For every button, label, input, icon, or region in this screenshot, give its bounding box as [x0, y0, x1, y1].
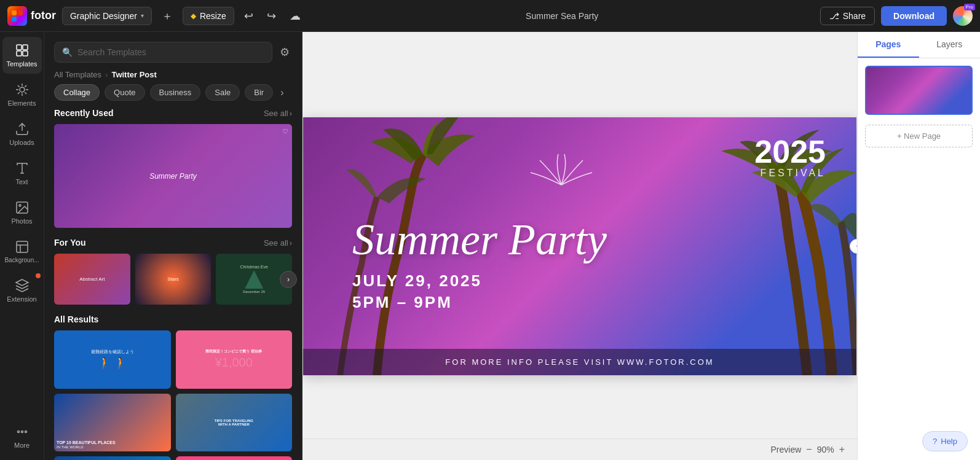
logo[interactable]: fotor	[7, 6, 56, 26]
templates-icon	[15, 43, 30, 58]
canvas-time: 5PM – 9PM	[352, 293, 607, 312]
undo-button[interactable]: ↩	[240, 6, 257, 26]
svg-rect-4	[17, 45, 22, 50]
app-selector-label: Graphic Designer	[70, 11, 137, 21]
photos-icon	[15, 200, 30, 215]
sidebar-label-templates: Templates	[6, 60, 37, 68]
zoom-in-button[interactable]: +	[839, 444, 845, 455]
chevron-down-icon: ▾	[141, 12, 144, 19]
breadcrumb: All Templates › Twitter Post	[44, 68, 302, 84]
tab-pages[interactable]: Pages	[858, 32, 919, 58]
for-you-see-all[interactable]: See all ›	[264, 238, 292, 248]
svg-point-15	[25, 431, 26, 433]
app-selector[interactable]: Graphic Designer ▾	[62, 7, 152, 25]
template-thumb-surfing[interactable]: BestSURFINGEXPERIENCE EVER ♡	[54, 456, 171, 460]
help-icon: ?	[933, 437, 937, 446]
sidebar-item-text[interactable]: Text	[2, 155, 42, 192]
svg-rect-5	[23, 45, 28, 50]
sidebar-label-text: Text	[15, 178, 28, 185]
search-icon: 🔍	[62, 47, 73, 57]
all-results-title: All Results	[54, 314, 98, 324]
tab-layers[interactable]: Layers	[919, 32, 981, 58]
tag-business[interactable]: Business	[150, 84, 201, 101]
share-button[interactable]: ⎇ Share	[820, 7, 875, 25]
svg-rect-2	[12, 17, 17, 21]
zoom-level: 90%	[817, 445, 834, 454]
breadcrumb-current: Twitter Post	[111, 70, 156, 79]
new-page-button[interactable]: + New Page	[865, 125, 973, 147]
panel-scroll: Recently Used See all › Summer Party ♡ F…	[44, 108, 302, 460]
extension-dot	[36, 273, 41, 278]
template-thumb-japan-pink[interactable]: 県民限定！コンビニで買う 宿泊券 ¥1,000 ♡	[176, 330, 293, 389]
tag-quote[interactable]: Quote	[105, 84, 144, 101]
tag-birthday[interactable]: Bir	[245, 84, 273, 101]
svg-point-8	[20, 87, 25, 92]
template-thumb-art[interactable]: Abstract Art	[54, 254, 130, 304]
zoom-out-button[interactable]: −	[806, 444, 812, 455]
preview-button[interactable]: Preview	[770, 445, 801, 454]
elements-icon	[15, 82, 30, 97]
for-you-row: Abstract Art Stars Christmas Eve Decembe…	[54, 254, 292, 304]
template-thumb-japan-blue[interactable]: 避難経路を確認しよう 🚶 🚶 ♡	[54, 330, 171, 389]
sidebar-item-photos[interactable]: Photos	[2, 194, 42, 231]
for-you-title: For You	[54, 238, 86, 248]
svg-rect-7	[23, 51, 28, 56]
tags-more-button[interactable]: ›	[278, 84, 286, 101]
document-title: Summer Sea Party	[310, 11, 814, 21]
canvas-date: JULY 29, 2025	[352, 271, 607, 290]
sidebar-item-backgrounds[interactable]: Backgroun...	[2, 233, 42, 270]
sidebar-item-elements[interactable]: Elements	[2, 76, 42, 113]
svg-rect-6	[17, 51, 22, 56]
avatar[interactable]	[953, 6, 973, 26]
svg-point-14	[17, 431, 19, 433]
sidebar-label-extension: Extension	[7, 295, 36, 303]
page-1-thumb[interactable]: Summer Party	[865, 66, 973, 115]
templates-panel: 🔍 ⚙ All Templates › Twitter Post Collage…	[44, 32, 302, 460]
sidebar-item-extension[interactable]: Extension	[2, 272, 42, 309]
svg-point-13	[21, 431, 23, 433]
for-you-next-button[interactable]: ›	[280, 271, 297, 288]
resize-button[interactable]: ◆ Resize	[183, 7, 234, 25]
breadcrumb-separator: ›	[105, 70, 108, 79]
share-icon: ⎇	[829, 11, 839, 21]
main-layout: Templates Elements Uploads Text	[0, 32, 980, 460]
template-thumb-tips-partner[interactable]: Tips ForTRAVELINGWITH A PARTNER ✦ ♡	[176, 456, 293, 460]
save-cloud-button[interactable]: ☁	[286, 6, 304, 26]
bottom-bar: Preview − 90% +	[302, 439, 857, 460]
svg-point-11	[19, 205, 21, 206]
breadcrumb-parent[interactable]: All Templates	[54, 70, 101, 79]
template-thumb-stars[interactable]: Stars	[135, 254, 211, 304]
canvas-image[interactable]: 2025 FESTIVAL Summer Party JULY 29, 2025…	[303, 117, 856, 375]
backgrounds-icon	[15, 240, 30, 254]
sidebar-item-uploads[interactable]: Uploads	[2, 115, 42, 152]
logo-icon	[7, 6, 27, 26]
search-input[interactable]	[77, 47, 264, 57]
canvas-area: 2025 FESTIVAL Summer Party JULY 29, 2025…	[302, 32, 857, 460]
text-icon	[15, 161, 30, 176]
template-thumb-places[interactable]: TOP 10 BEAUTIFUL PLACESIN THE WORLD ♡	[54, 394, 171, 452]
right-tabs: Pages Layers	[858, 32, 980, 58]
svg-rect-3	[18, 17, 23, 21]
recently-used-thumb[interactable]: Summer Party ♡	[54, 124, 292, 228]
resize-icon: ◆	[191, 12, 196, 20]
search-input-wrap[interactable]: 🔍	[54, 42, 272, 63]
filter-button[interactable]: ⚙	[277, 43, 292, 61]
template-thumb-tips-travel[interactable]: TIPS FOR TRAVELINGWITH A PARTNER ♡	[176, 394, 293, 452]
tag-sale[interactable]: Sale	[205, 84, 240, 101]
recently-used-see-all[interactable]: See all ›	[264, 109, 292, 118]
uploads-icon	[15, 122, 30, 136]
sidebar-item-more[interactable]: More	[2, 418, 42, 455]
sidebar-item-templates[interactable]: Templates	[2, 37, 42, 74]
canvas-wrapper: 2025 FESTIVAL Summer Party JULY 29, 2025…	[303, 117, 856, 375]
tag-collage[interactable]: Collage	[54, 84, 100, 101]
search-bar: 🔍 ⚙	[44, 32, 302, 68]
more-icon	[15, 424, 30, 439]
topbar: fotor Graphic Designer ▾ ＋ ◆ Resize ↩ ↪ …	[0, 0, 980, 32]
add-button[interactable]: ＋	[158, 5, 176, 27]
canvas-title: Summer Party	[352, 217, 607, 262]
download-button[interactable]: Download	[881, 6, 947, 26]
help-button[interactable]: ? Help	[922, 431, 968, 451]
all-results-grid: 避難経路を確認しよう 🚶 🚶 ♡ 県民限定！コンビニで買う 宿泊券 ¥1,000…	[54, 330, 292, 460]
redo-button[interactable]: ↪	[263, 6, 280, 26]
sidebar-label-photos: Photos	[11, 217, 32, 225]
